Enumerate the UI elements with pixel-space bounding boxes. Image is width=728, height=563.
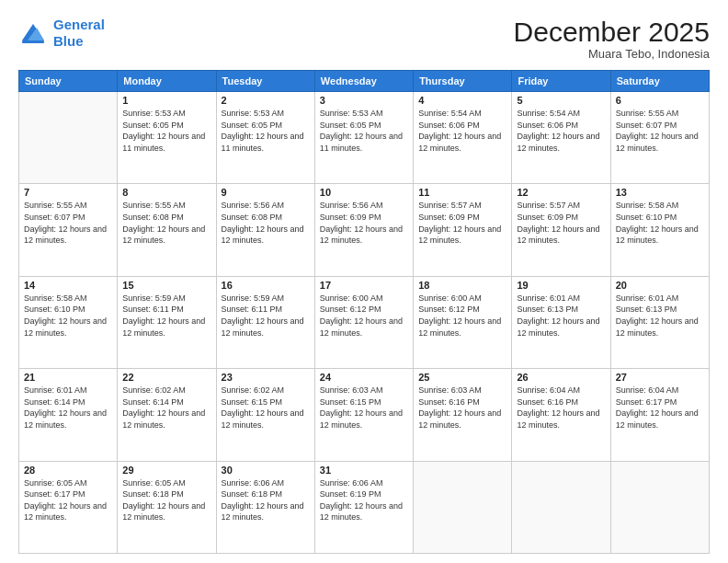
calendar-cell: 14Sunrise: 5:58 AMSunset: 6:10 PMDayligh… (19, 276, 118, 368)
day-info: Sunrise: 6:01 AMSunset: 6:13 PMDaylight:… (616, 293, 704, 339)
calendar-cell: 4Sunrise: 5:54 AMSunset: 6:06 PMDaylight… (414, 92, 512, 184)
calendar-cell (512, 461, 610, 553)
day-info: Sunrise: 5:59 AMSunset: 6:11 PMDaylight:… (222, 293, 310, 339)
calendar-cell (610, 461, 709, 553)
day-info: Sunrise: 5:57 AMSunset: 6:09 PMDaylight:… (517, 200, 605, 246)
day-number: 2 (222, 95, 310, 106)
day-info: Sunrise: 5:55 AMSunset: 6:08 PMDaylight:… (122, 200, 210, 246)
day-number: 20 (616, 280, 704, 291)
day-number: 14 (24, 280, 112, 291)
calendar-cell: 6Sunrise: 5:55 AMSunset: 6:07 PMDaylight… (610, 92, 709, 184)
day-info: Sunrise: 6:06 AMSunset: 6:19 PMDaylight:… (320, 477, 408, 523)
day-info: Sunrise: 6:00 AMSunset: 6:12 PMDaylight:… (320, 293, 408, 339)
page: General Blue December 2025 Muara Tebo, I… (0, 0, 728, 563)
calendar-cell: 12Sunrise: 5:57 AMSunset: 6:09 PMDayligh… (512, 184, 610, 276)
day-number: 24 (320, 372, 408, 383)
calendar-cell: 26Sunrise: 6:04 AMSunset: 6:16 PMDayligh… (512, 369, 610, 461)
col-monday: Monday (118, 71, 216, 92)
calendar-cell: 31Sunrise: 6:06 AMSunset: 6:19 PMDayligh… (314, 461, 413, 553)
calendar-cell: 15Sunrise: 5:59 AMSunset: 6:11 PMDayligh… (118, 276, 216, 368)
col-tuesday: Tuesday (216, 71, 314, 92)
title-block: December 2025 Muara Tebo, Indonesia (514, 17, 710, 61)
calendar-cell: 27Sunrise: 6:04 AMSunset: 6:17 PMDayligh… (610, 369, 709, 461)
calendar-cell: 17Sunrise: 6:00 AMSunset: 6:12 PMDayligh… (314, 276, 413, 368)
day-info: Sunrise: 5:59 AMSunset: 6:11 PMDaylight:… (122, 293, 210, 339)
header: General Blue December 2025 Muara Tebo, I… (18, 17, 710, 61)
day-info: Sunrise: 5:58 AMSunset: 6:10 PMDaylight:… (24, 293, 112, 339)
logo-general: General (53, 17, 105, 32)
day-number: 4 (418, 95, 506, 106)
day-number: 3 (320, 95, 408, 106)
calendar-cell: 13Sunrise: 5:58 AMSunset: 6:10 PMDayligh… (610, 184, 709, 276)
calendar-cell: 11Sunrise: 5:57 AMSunset: 6:09 PMDayligh… (414, 184, 512, 276)
calendar-cell: 30Sunrise: 6:06 AMSunset: 6:18 PMDayligh… (216, 461, 314, 553)
day-info: Sunrise: 6:01 AMSunset: 6:13 PMDaylight:… (517, 293, 605, 339)
day-info: Sunrise: 6:04 AMSunset: 6:17 PMDaylight:… (616, 385, 704, 431)
day-number: 12 (517, 187, 605, 198)
calendar-cell (19, 92, 118, 184)
calendar-cell: 21Sunrise: 6:01 AMSunset: 6:14 PMDayligh… (19, 369, 118, 461)
day-number: 18 (418, 280, 506, 291)
day-number: 7 (24, 187, 112, 198)
day-number: 6 (616, 95, 704, 106)
calendar-cell: 28Sunrise: 6:05 AMSunset: 6:17 PMDayligh… (19, 461, 118, 553)
calendar-cell: 9Sunrise: 5:56 AMSunset: 6:08 PMDaylight… (216, 184, 314, 276)
day-number: 22 (122, 372, 210, 383)
calendar-week-3: 21Sunrise: 6:01 AMSunset: 6:14 PMDayligh… (19, 369, 710, 461)
day-number: 28 (24, 465, 112, 476)
day-number: 25 (418, 372, 506, 383)
day-number: 29 (122, 465, 210, 476)
day-number: 31 (320, 465, 408, 476)
calendar-cell: 25Sunrise: 6:03 AMSunset: 6:16 PMDayligh… (414, 369, 512, 461)
calendar-cell: 1Sunrise: 5:53 AMSunset: 6:05 PMDaylight… (118, 92, 216, 184)
day-number: 27 (616, 372, 704, 383)
day-info: Sunrise: 6:01 AMSunset: 6:14 PMDaylight:… (24, 385, 112, 431)
col-thursday: Thursday (414, 71, 512, 92)
day-info: Sunrise: 6:02 AMSunset: 6:14 PMDaylight:… (122, 385, 210, 431)
logo-text: General Blue (53, 17, 105, 50)
logo-blue: Blue (53, 33, 84, 49)
calendar-cell: 23Sunrise: 6:02 AMSunset: 6:15 PMDayligh… (216, 369, 314, 461)
day-info: Sunrise: 5:56 AMSunset: 6:08 PMDaylight:… (222, 200, 310, 246)
day-info: Sunrise: 5:56 AMSunset: 6:09 PMDaylight:… (320, 200, 408, 246)
day-number: 1 (122, 95, 210, 106)
calendar-cell: 18Sunrise: 6:00 AMSunset: 6:12 PMDayligh… (414, 276, 512, 368)
svg-rect-2 (22, 40, 44, 43)
day-info: Sunrise: 6:05 AMSunset: 6:17 PMDaylight:… (24, 477, 112, 523)
day-info: Sunrise: 6:06 AMSunset: 6:18 PMDaylight:… (222, 477, 310, 523)
day-info: Sunrise: 6:02 AMSunset: 6:15 PMDaylight:… (222, 385, 310, 431)
day-info: Sunrise: 5:57 AMSunset: 6:09 PMDaylight:… (418, 200, 506, 246)
day-info: Sunrise: 5:55 AMSunset: 6:07 PMDaylight:… (24, 200, 112, 246)
day-number: 17 (320, 280, 408, 291)
calendar-cell (414, 461, 512, 553)
day-number: 30 (222, 465, 310, 476)
calendar-header: Sunday Monday Tuesday Wednesday Thursday… (19, 71, 710, 92)
header-row: Sunday Monday Tuesday Wednesday Thursday… (19, 71, 710, 92)
day-info: Sunrise: 5:54 AMSunset: 6:06 PMDaylight:… (418, 108, 506, 154)
subtitle: Muara Tebo, Indonesia (514, 47, 710, 61)
logo: General Blue (18, 17, 105, 50)
day-number: 16 (222, 280, 310, 291)
day-info: Sunrise: 6:05 AMSunset: 6:18 PMDaylight:… (122, 477, 210, 523)
day-info: Sunrise: 5:53 AMSunset: 6:05 PMDaylight:… (122, 108, 210, 154)
day-number: 13 (616, 187, 704, 198)
col-sunday: Sunday (19, 71, 118, 92)
day-info: Sunrise: 5:53 AMSunset: 6:05 PMDaylight:… (320, 108, 408, 154)
logo-icon (18, 20, 48, 46)
day-number: 23 (222, 372, 310, 383)
day-number: 10 (320, 187, 408, 198)
calendar-cell: 7Sunrise: 5:55 AMSunset: 6:07 PMDaylight… (19, 184, 118, 276)
calendar-cell: 16Sunrise: 5:59 AMSunset: 6:11 PMDayligh… (216, 276, 314, 368)
calendar-cell: 8Sunrise: 5:55 AMSunset: 6:08 PMDaylight… (118, 184, 216, 276)
day-info: Sunrise: 5:53 AMSunset: 6:05 PMDaylight:… (222, 108, 310, 154)
calendar-cell: 24Sunrise: 6:03 AMSunset: 6:15 PMDayligh… (314, 369, 413, 461)
day-number: 26 (517, 372, 605, 383)
calendar-cell: 22Sunrise: 6:02 AMSunset: 6:14 PMDayligh… (118, 369, 216, 461)
day-number: 9 (222, 187, 310, 198)
day-info: Sunrise: 6:04 AMSunset: 6:16 PMDaylight:… (517, 385, 605, 431)
day-info: Sunrise: 6:03 AMSunset: 6:16 PMDaylight:… (418, 385, 506, 431)
day-number: 15 (122, 280, 210, 291)
calendar-cell: 29Sunrise: 6:05 AMSunset: 6:18 PMDayligh… (118, 461, 216, 553)
day-number: 19 (517, 280, 605, 291)
day-info: Sunrise: 6:03 AMSunset: 6:15 PMDaylight:… (320, 385, 408, 431)
